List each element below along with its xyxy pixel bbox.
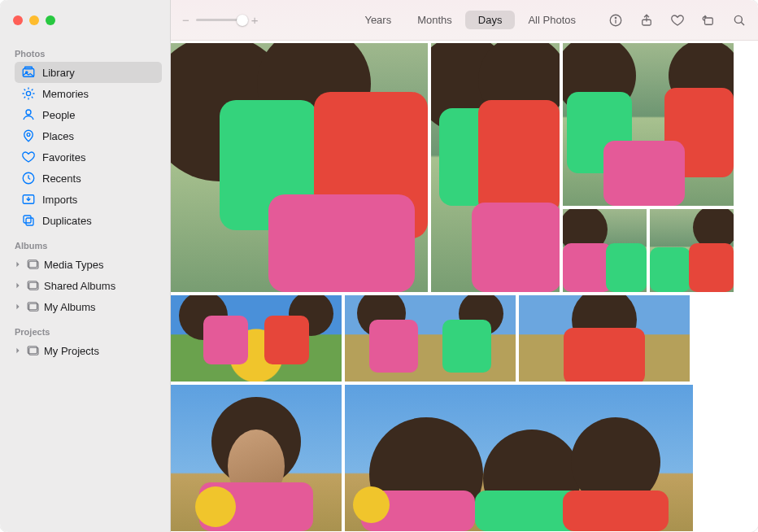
sidebar-section-title: Projects (15, 322, 162, 340)
sidebar-section-title: Albums (15, 236, 162, 254)
share-icon[interactable] (639, 13, 654, 28)
close-window-button[interactable] (13, 15, 23, 25)
photo-thumbnail[interactable] (563, 43, 734, 206)
segment-months[interactable]: Months (404, 11, 465, 29)
sidebar-item-recents[interactable]: Recents (15, 168, 162, 189)
zoom-knob[interactable] (237, 15, 248, 26)
favorite-icon[interactable] (670, 13, 685, 28)
sidebar: Photos Library Memories People (0, 0, 171, 532)
svg-point-4 (26, 110, 31, 115)
sidebar-item-label: Memories (42, 88, 89, 100)
main-panel: − + Years Months Days All Photos (171, 0, 758, 532)
places-icon (21, 129, 36, 143)
chevron-right-icon (15, 303, 21, 310)
sidebar-section-photos: Photos Library Memories People (0, 41, 170, 233)
heart-icon (21, 150, 36, 164)
sidebar-item-people[interactable]: People (15, 104, 162, 125)
info-icon[interactable] (608, 13, 623, 28)
sidebar-item-duplicates[interactable]: Duplicates (15, 210, 162, 231)
zoom-out-icon: − (182, 14, 190, 26)
photo-thumbnail[interactable] (345, 385, 693, 531)
svg-point-22 (734, 15, 742, 23)
photo-library-icon (21, 65, 36, 80)
sidebar-item-label: Media Types (44, 259, 103, 271)
view-segmented-control: Years Months Days All Photos (351, 11, 589, 29)
imports-icon (21, 192, 36, 207)
svg-rect-9 (26, 218, 33, 225)
sidebar-item-label: My Projects (44, 345, 99, 357)
photo-thumbnail[interactable] (563, 209, 647, 292)
photo-thumbnail[interactable] (171, 385, 342, 531)
shared-albums-icon (26, 278, 41, 293)
photo-thumbnail[interactable] (650, 209, 734, 292)
photo-thumbnail[interactable] (345, 295, 516, 382)
sidebar-item-favorites[interactable]: Favorites (15, 146, 162, 168)
projects-icon (26, 343, 41, 358)
sidebar-item-label: Shared Albums (44, 280, 115, 292)
minimize-window-button[interactable] (29, 15, 39, 25)
photo-grid-inner (171, 41, 758, 532)
segment-all-photos[interactable]: All Photos (515, 11, 589, 29)
zoom-track[interactable] (196, 19, 245, 21)
sidebar-item-label: Library (42, 67, 75, 79)
clock-icon (21, 171, 36, 185)
sidebar-item-label: Imports (42, 194, 77, 206)
svg-point-3 (26, 91, 30, 95)
sidebar-section-albums: Albums Media Types Shared Albums (0, 233, 170, 319)
duplicates-icon (21, 213, 36, 228)
sidebar-item-my-projects[interactable]: My Projects (15, 340, 162, 361)
photo-thumbnail[interactable] (171, 295, 342, 382)
sidebar-item-label: People (42, 109, 75, 121)
app-window: Photos Library Memories People (0, 0, 758, 532)
svg-point-5 (27, 133, 30, 137)
rotate-icon[interactable] (701, 13, 716, 28)
sidebar-item-imports[interactable]: Imports (15, 189, 162, 210)
sidebar-item-library[interactable]: Library (15, 62, 162, 83)
segment-years[interactable]: Years (351, 11, 404, 29)
memories-icon (21, 86, 36, 101)
toolbar: − + Years Months Days All Photos (171, 0, 758, 41)
toolbar-actions (608, 13, 747, 28)
sidebar-section-title: Photos (15, 44, 162, 62)
titlebar (0, 0, 170, 41)
zoom-slider[interactable]: − + (182, 14, 259, 26)
fullscreen-window-button[interactable] (46, 15, 55, 25)
sidebar-item-label: My Albums (44, 301, 96, 313)
chevron-right-icon (15, 282, 21, 289)
media-types-icon (26, 257, 41, 272)
search-icon[interactable] (732, 13, 747, 28)
my-albums-icon (26, 299, 41, 314)
svg-rect-21 (705, 18, 713, 24)
sidebar-item-label: Favorites (42, 151, 85, 164)
sidebar-item-label: Duplicates (42, 215, 92, 227)
sidebar-item-shared-albums[interactable]: Shared Albums (15, 275, 162, 296)
chevron-right-icon (15, 347, 21, 354)
svg-rect-8 (24, 216, 31, 223)
photo-thumbnail[interactable] (519, 295, 690, 382)
people-icon (21, 107, 36, 122)
photo-thumbnail[interactable] (171, 43, 428, 292)
sidebar-item-label: Recents (42, 172, 81, 185)
chevron-right-icon (15, 261, 21, 268)
sidebar-section-projects: Projects My Projects (0, 319, 170, 363)
sidebar-item-label: Places (42, 130, 74, 142)
traffic-lights (13, 15, 55, 25)
photo-grid[interactable]: Jul 22 Lloyd Harbor (171, 41, 758, 532)
photo-thumbnail[interactable] (431, 43, 560, 292)
segment-days[interactable]: Days (465, 11, 516, 29)
sidebar-item-memories[interactable]: Memories (15, 83, 162, 104)
zoom-in-icon: + (251, 14, 259, 26)
sidebar-item-media-types[interactable]: Media Types (15, 254, 162, 275)
svg-rect-1 (25, 67, 33, 68)
svg-point-19 (615, 17, 616, 18)
sidebar-item-places[interactable]: Places (15, 125, 162, 146)
sidebar-item-my-albums[interactable]: My Albums (15, 296, 162, 317)
